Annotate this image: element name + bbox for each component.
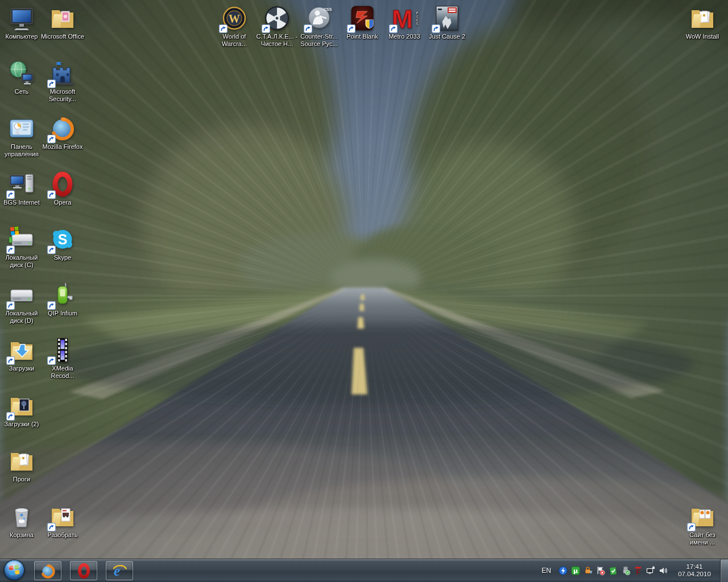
folder-docs-icon bbox=[689, 5, 716, 32]
jc2-icon bbox=[433, 5, 461, 32]
shortcut-arrow-icon bbox=[6, 412, 15, 421]
pinned-apps bbox=[34, 561, 133, 580]
volume-tray-icon[interactable] bbox=[657, 566, 669, 575]
action-center-tray-icon[interactable] bbox=[594, 566, 607, 575]
opera-icon bbox=[49, 171, 76, 198]
recycle-icon bbox=[8, 503, 35, 530]
clock[interactable]: 17:41 07.04.2010 bbox=[674, 563, 715, 578]
network-status-tray-icon[interactable] bbox=[644, 566, 657, 575]
desktop-icon-label: Just Cause 2 bbox=[424, 33, 470, 40]
desktop-icon-stalker-clear-sky[interactable]: С.Т.А.Л.К.Е... - Чистое Н... bbox=[254, 5, 300, 48]
desktop-icon-label: XMedia Recod... bbox=[40, 365, 85, 380]
desktop-icon-label: Локальный диск (C) bbox=[0, 254, 44, 269]
utorrent-tray-icon[interactable] bbox=[569, 566, 582, 575]
qip-updater-tray-icon[interactable] bbox=[582, 566, 594, 575]
desktop-icon-site-bez-imeni[interactable]: Сайт без имени ... bbox=[680, 503, 725, 546]
safely-remove-hardware-tray-icon[interactable] bbox=[619, 566, 632, 575]
desktop-icon-qip-infium[interactable]: QIP Infium bbox=[40, 281, 85, 317]
desktop-icon-label: Сайт без имени ... bbox=[680, 531, 725, 546]
xmedia-icon bbox=[49, 336, 76, 364]
desktop-icon-label: Counter-Str... Source Рус... bbox=[296, 33, 342, 48]
desktop-icon-microsoft-security[interactable]: Microsoft Security... bbox=[40, 60, 85, 103]
drive-icon bbox=[8, 281, 35, 309]
windows-logo-icon bbox=[3, 559, 25, 581]
folder-dl-icon bbox=[8, 336, 35, 364]
mse-icon bbox=[49, 60, 76, 87]
desktop-icon-control-panel[interactable]: Панель управления bbox=[0, 115, 44, 158]
start-button[interactable] bbox=[3, 559, 26, 582]
desktop-icon-wow-install[interactable]: WoW Install bbox=[680, 5, 725, 40]
desktop-icon-world-of-warcraft[interactable]: World of Warcra... bbox=[212, 5, 257, 48]
desktop-icon-label: Mozilla Firefox bbox=[40, 143, 85, 151]
antivirus-status-tray-icon[interactable] bbox=[607, 566, 619, 575]
clock-date: 07.04.2010 bbox=[674, 571, 715, 578]
desktop-icon-local-disk-c[interactable]: Локальный диск (C) bbox=[0, 226, 44, 269]
shortcut-arrow-icon bbox=[304, 24, 312, 33]
drive-win-icon bbox=[8, 226, 35, 253]
desktop-icon-label: С.Т.А.Л.К.Е... - Чистое Н... bbox=[254, 33, 300, 48]
desktop-icon-label: Панель управления bbox=[0, 143, 44, 158]
language-indicator[interactable]: EN bbox=[536, 567, 557, 575]
tray-icons bbox=[557, 566, 669, 575]
desktop-icon-metro-2033[interactable]: Metro 2033 bbox=[382, 5, 427, 40]
desktop-icon-label: Microsoft Office bbox=[40, 33, 85, 40]
desktop-icon-progi[interactable]: Проги bbox=[0, 447, 44, 483]
desktop-icon-label: WoW Install bbox=[680, 33, 725, 40]
flashget-tray-icon[interactable] bbox=[632, 566, 644, 575]
download-accelerator-tray-icon[interactable] bbox=[557, 566, 569, 575]
desktop-icon-label: Локальный диск (D) bbox=[0, 310, 44, 325]
internet-explorer-icon bbox=[112, 563, 127, 579]
shortcut-arrow-icon bbox=[6, 246, 15, 254]
shortcut-arrow-icon bbox=[347, 24, 355, 33]
clock-time: 17:41 bbox=[674, 563, 715, 571]
desktop-icons-layer: КомпьютерMicrosoft OfficeСетьMicrosoft S… bbox=[0, 0, 728, 559]
desktop-icon-opera[interactable]: Opera bbox=[40, 171, 85, 206]
desktop-icon-downloads[interactable]: Загрузки bbox=[0, 336, 44, 372]
folder-img-icon bbox=[8, 392, 35, 419]
shortcut-arrow-icon bbox=[47, 301, 56, 310]
taskbar: EN 17:41 07.04.2010 bbox=[0, 559, 728, 582]
desktop-icon-razobrat[interactable]: Разобрать bbox=[40, 503, 85, 539]
desktop-icon-label: BGS Internet bbox=[0, 199, 44, 206]
network-icon bbox=[8, 60, 35, 87]
skype-icon bbox=[49, 226, 76, 253]
desktop-icon-label: QIP Infium bbox=[40, 310, 85, 317]
desktop-icon-mozilla-firefox[interactable]: Mozilla Firefox bbox=[40, 115, 85, 151]
shortcut-arrow-icon bbox=[6, 301, 15, 310]
folder-car-icon bbox=[49, 503, 76, 530]
desktop-icon-microsoft-office[interactable]: Microsoft Office bbox=[40, 5, 85, 40]
shortcut-arrow-icon bbox=[687, 523, 696, 531]
shortcut-arrow-icon bbox=[47, 246, 56, 254]
css-icon bbox=[305, 5, 333, 32]
shortcut-arrow-icon bbox=[6, 190, 15, 199]
opera-icon bbox=[76, 563, 92, 579]
desktop-icon-label: Загрузки (2) bbox=[0, 421, 44, 428]
desktop-icon-local-disk-d[interactable]: Локальный диск (D) bbox=[0, 281, 44, 325]
shortcut-arrow-icon bbox=[47, 190, 56, 199]
desktop-icon-network[interactable]: Сеть bbox=[0, 60, 44, 95]
firefox-icon bbox=[49, 115, 76, 142]
desktop-icon-label: Корзина bbox=[0, 531, 44, 539]
firefox-taskbar-button[interactable] bbox=[34, 561, 61, 580]
system-tray: EN 17:41 07.04.2010 bbox=[536, 559, 728, 582]
opera-taskbar-button[interactable] bbox=[70, 561, 97, 580]
desktop-icon-counter-strike-source[interactable]: Counter-Str... Source Рус... bbox=[296, 5, 342, 48]
desktop-icon-skype[interactable]: Skype bbox=[40, 226, 85, 261]
folder-office-icon bbox=[49, 5, 76, 32]
desktop-icon-label: Сеть bbox=[0, 88, 44, 95]
show-desktop-button[interactable] bbox=[720, 559, 728, 582]
internet-explorer-taskbar-button[interactable] bbox=[106, 561, 133, 580]
desktop-icon-computer[interactable]: Компьютер bbox=[0, 5, 44, 40]
shortcut-arrow-icon bbox=[262, 24, 270, 33]
desktop-icon-bgs-internet[interactable]: BGS Internet bbox=[0, 171, 44, 206]
desktop-icon-xmedia-recode[interactable]: XMedia Recod... bbox=[40, 336, 85, 380]
shortcut-arrow-icon bbox=[47, 523, 56, 531]
desktop-icon-downloads-2[interactable]: Загрузки (2) bbox=[0, 392, 44, 428]
desktop-icon-point-blank[interactable]: Point Blank bbox=[340, 5, 385, 40]
desktop-icon-label: Skype bbox=[40, 254, 85, 261]
shortcut-arrow-icon bbox=[389, 24, 398, 33]
desktop-icon-recycle-bin[interactable]: Корзина bbox=[0, 503, 44, 539]
pb-icon bbox=[349, 5, 376, 32]
folder-docs-icon bbox=[8, 447, 35, 475]
desktop-icon-just-cause-2[interactable]: Just Cause 2 bbox=[424, 5, 470, 40]
